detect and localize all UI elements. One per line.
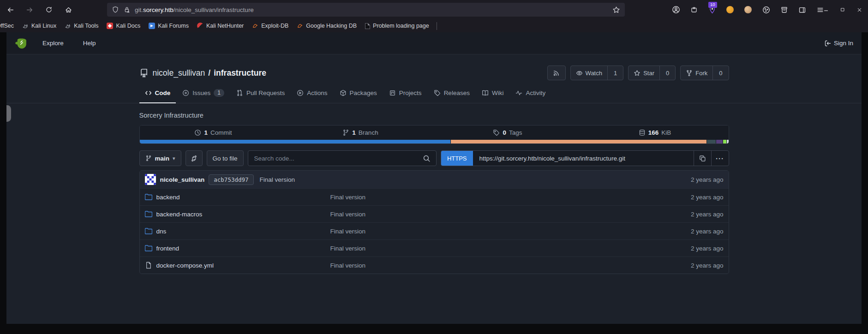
play-icon <box>297 89 304 96</box>
file-commit-time: 2 years ago <box>691 228 724 235</box>
close-button[interactable] <box>852 2 866 17</box>
file-commit-time: 2 years ago <box>691 245 724 252</box>
file-commit-message[interactable]: Final version <box>330 245 691 252</box>
tab-code[interactable]: Code <box>139 85 176 103</box>
bookmark-google-hacking-db[interactable]: Google Hacking DB <box>293 21 360 30</box>
table-row[interactable]: frontend Final version 2 years ago <box>140 239 729 256</box>
file-commit-time: 2 years ago <box>691 262 724 269</box>
maximize-button[interactable] <box>836 2 850 17</box>
repo-header: nicole_sullivan/infrastructure Watch 1 S… <box>6 54 862 103</box>
stat-size[interactable]: 166KiB <box>581 125 729 140</box>
back-button[interactable] <box>3 2 18 17</box>
file-name[interactable]: backend <box>156 194 180 201</box>
more-options-button[interactable]: ··· <box>711 151 729 166</box>
fork-count[interactable]: 0 <box>712 66 728 80</box>
clone-url-input[interactable] <box>473 151 694 166</box>
bookmark-kali-forums[interactable]: Kali Forums <box>145 21 192 30</box>
rss-button[interactable] <box>547 66 566 80</box>
bookmark-kali-docs[interactable]: Kali Docs <box>103 21 144 30</box>
go-to-file-button[interactable]: Go to file <box>207 150 244 166</box>
stat-tags[interactable]: 0Tags <box>434 125 581 140</box>
avatar[interactable] <box>145 174 156 185</box>
reload-button[interactable] <box>42 2 56 17</box>
repo-icon <box>139 68 149 78</box>
star-count[interactable]: 0 <box>659 66 675 80</box>
sidebar-icon[interactable] <box>795 2 809 17</box>
commit-time: 2 years ago <box>691 176 724 183</box>
copy-icon <box>699 155 706 162</box>
commit-message[interactable]: Final version <box>260 176 295 183</box>
branch-selector[interactable]: main ▾ <box>139 150 181 166</box>
stat-branches[interactable]: 1Branch <box>287 125 434 140</box>
gitea-logo[interactable] <box>15 36 29 50</box>
search-button[interactable] <box>418 151 436 166</box>
sign-in-icon <box>824 40 832 47</box>
star-icon <box>634 70 641 77</box>
tab-projects[interactable]: Projects <box>383 85 427 103</box>
file-name[interactable]: docker-compose.yml <box>156 262 214 269</box>
minimize-button[interactable] <box>819 2 833 17</box>
bookmark-problem-loading-page[interactable]: Problem loading page <box>361 21 433 30</box>
file-commit-message[interactable]: Final version <box>330 211 691 218</box>
bookmark-star-icon[interactable] <box>612 6 620 14</box>
bookmark-exploit-db[interactable]: Exploit-DB <box>248 21 292 30</box>
proxy-extension-icon[interactable]: 10 <box>705 2 719 17</box>
language-stats-bar[interactable] <box>140 140 729 143</box>
extension-icon[interactable] <box>687 2 701 17</box>
bookmark-kali-linux[interactable]: Kali Linux <box>18 21 60 30</box>
extension-avatar-icon[interactable] <box>723 2 737 17</box>
search-code-input[interactable] <box>248 155 418 162</box>
commit-hash[interactable]: acb753dd97 <box>209 174 253 185</box>
compare-button[interactable] <box>186 150 203 166</box>
nav-explore[interactable]: Explore <box>41 40 66 47</box>
tab-actions[interactable]: Actions <box>291 85 333 103</box>
file-commit-message[interactable]: Final version <box>330 262 691 269</box>
file-table: nicole_sullivan acb753dd97 Final version… <box>139 170 729 274</box>
bookmark-kali-nethunter[interactable]: Kali NetHunter <box>193 21 247 30</box>
fork-button[interactable]: Fork 0 <box>680 66 729 80</box>
watch-button[interactable]: Watch 1 <box>570 66 624 80</box>
stat-commits[interactable]: 1Commit <box>140 125 287 140</box>
tracking-shield-icon[interactable] <box>112 6 119 13</box>
bookmark-offsec[interactable]: OffSec <box>0 21 18 30</box>
home-button[interactable] <box>61 2 76 17</box>
language-segment <box>140 140 451 143</box>
file-commit-message[interactable]: Final version <box>330 194 691 201</box>
sign-in-button[interactable]: Sign In <box>824 40 853 47</box>
file-commit-time: 2 years ago <box>691 194 724 201</box>
copy-url-button[interactable] <box>694 151 711 166</box>
file-name[interactable]: frontend <box>156 245 180 252</box>
nav-help[interactable]: Help <box>81 40 98 47</box>
forward-button[interactable] <box>22 2 37 17</box>
table-row[interactable]: backend Final version 2 years ago <box>140 188 729 205</box>
account-icon[interactable] <box>669 2 683 17</box>
left-edge-scrollbar-thumb[interactable] <box>6 105 11 122</box>
commit-author[interactable]: nicole_sullivan <box>160 176 205 183</box>
watch-count[interactable]: 1 <box>607 66 623 80</box>
search-icon <box>423 155 431 162</box>
file-commit-message[interactable]: Final version <box>330 228 691 235</box>
lock-warning-icon[interactable] <box>123 6 131 13</box>
tab-pull-requests[interactable]: Pull Requests <box>231 85 290 103</box>
tab-packages[interactable]: Packages <box>334 85 383 103</box>
repo-owner-link[interactable]: nicole_sullivan <box>153 68 205 78</box>
tab-releases[interactable]: Releases <box>428 85 475 103</box>
tab-wiki[interactable]: Wiki <box>476 85 509 103</box>
file-name[interactable]: backend-macros <box>156 211 203 218</box>
table-row[interactable]: dns Final version 2 years ago <box>140 222 729 239</box>
file-name[interactable]: dns <box>156 228 167 235</box>
repo-stats-bar: 1Commit 1Branch 0Tags 166KiB <box>139 125 729 144</box>
container-extension-icon[interactable] <box>777 2 791 17</box>
star-button[interactable]: Star 0 <box>628 66 676 80</box>
cookie-extension-icon[interactable] <box>759 2 773 17</box>
repo-name-link[interactable]: infrastructure <box>214 68 266 78</box>
table-row[interactable]: backend-macros Final version 2 years ago <box>140 205 729 222</box>
extension-avatar-icon-2[interactable] <box>741 2 755 17</box>
tab-activity[interactable]: Activity <box>510 85 551 103</box>
tab-issues[interactable]: Issues1 <box>177 85 230 103</box>
bookmark-kali-tools[interactable]: Kali Tools <box>61 21 102 30</box>
table-row[interactable]: docker-compose.yml Final version 2 years… <box>140 256 729 274</box>
https-clone-button[interactable]: HTTPS <box>441 151 473 166</box>
url-bar[interactable]: git.sorcery.htb/nicole_sullivan/infrastr… <box>107 3 625 17</box>
book-icon <box>482 89 489 96</box>
